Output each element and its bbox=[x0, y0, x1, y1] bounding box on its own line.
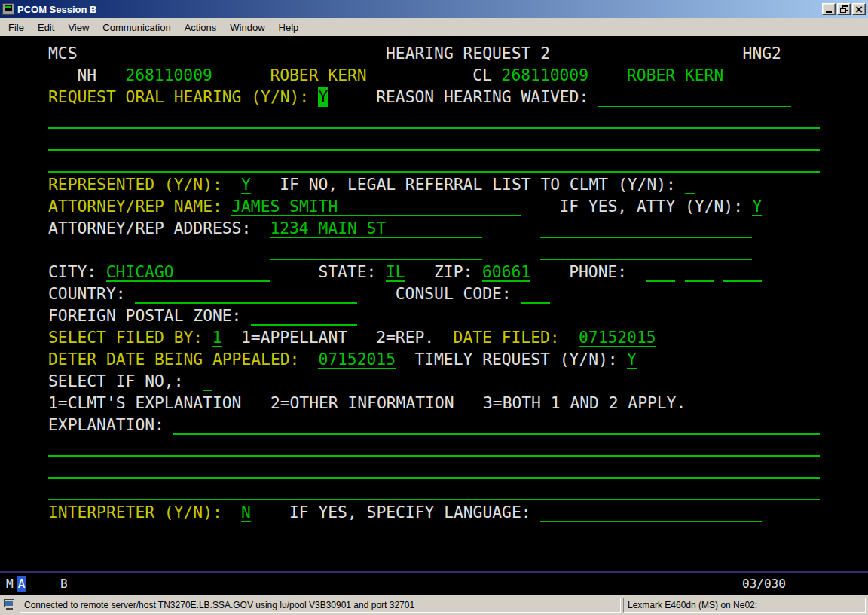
close-icon: × bbox=[854, 4, 863, 14]
zip-field[interactable]: 60661 bbox=[482, 262, 530, 282]
attorney-name-field[interactable]: JAMES SMITH bbox=[231, 196, 521, 216]
terminal-text: 1=APPELLANT bbox=[241, 327, 347, 347]
menu-actions[interactable]: Actions bbox=[178, 20, 224, 35]
explanation-cont-1-field[interactable] bbox=[48, 436, 820, 457]
phone-line-field[interactable] bbox=[723, 262, 762, 282]
date-filed-field[interactable]: 07152015 bbox=[579, 327, 656, 347]
cl-name: ROBER KERN bbox=[627, 65, 723, 85]
phone-area-field[interactable] bbox=[646, 262, 675, 282]
screen-title: HEARING REQUEST 2 bbox=[386, 43, 550, 63]
reason-waived-field[interactable] bbox=[598, 87, 791, 107]
language-field[interactable] bbox=[540, 502, 762, 522]
city-field[interactable]: CHICAGO bbox=[106, 262, 270, 282]
menu-edit[interactable]: Edit bbox=[31, 20, 61, 35]
window-title: PCOM Session B bbox=[17, 4, 822, 15]
deter-date-field[interactable]: 07152015 bbox=[318, 349, 395, 369]
status-printer-text: Lexmark E460dn (MS) on Ne02: bbox=[623, 598, 866, 613]
oia-session-letter: B bbox=[60, 576, 68, 592]
legal-referral-flag-field[interactable] bbox=[685, 174, 695, 194]
terminal-text: REASON HEARING WAIVED: bbox=[376, 87, 588, 107]
reason-waived-cont-2-field[interactable] bbox=[48, 130, 820, 151]
reason-waived-cont-1-field[interactable] bbox=[48, 109, 820, 129]
minimize-icon bbox=[826, 11, 832, 13]
minimize-button[interactable] bbox=[822, 3, 836, 15]
status-bar: Connected to remote server/host TN3270E.… bbox=[0, 595, 868, 615]
restore-icon bbox=[840, 5, 848, 13]
attorney-address-line1-field[interactable]: 1234 MAIN ST bbox=[270, 218, 482, 238]
terminal-text: DETER DATE BEING APPEALED: bbox=[48, 349, 299, 369]
menu-view[interactable]: View bbox=[61, 20, 96, 35]
terminal-text: EXPLANATION: bbox=[48, 415, 164, 435]
terminal-text: NH bbox=[77, 65, 96, 85]
terminal-screen[interactable]: M A B 03/030 MCSHEARING REQUEST 2HNG2NH2… bbox=[0, 36, 868, 595]
pcom-app-icon bbox=[2, 3, 14, 15]
terminal-text: 1=CLMT'S EXPLANATION 2=OTHER INFORMATION… bbox=[48, 393, 686, 413]
connection-status-icon bbox=[2, 598, 17, 612]
phone-prefix-field[interactable] bbox=[685, 262, 714, 282]
terminal-text: ATTORNEY/REP NAME: bbox=[48, 196, 222, 216]
menu-communication[interactable]: Communication bbox=[96, 20, 177, 35]
terminal-text: IF YES, SPECIFY LANGUAGE: bbox=[289, 502, 531, 522]
pcom-window: PCOM Session B × FileEditViewCommunicati… bbox=[0, 0, 868, 615]
oia-cursor-position: 03/030 bbox=[742, 576, 786, 592]
cl-number: 268110009 bbox=[502, 65, 588, 85]
terminal-text: SELECT IF NO,: bbox=[48, 371, 184, 391]
terminal-text: STATE: bbox=[318, 262, 376, 282]
attorney-address-line2-field[interactable] bbox=[270, 240, 482, 260]
terminal-text: DATE FILED: bbox=[454, 327, 560, 347]
oia-status-row: M A B 03/030 bbox=[0, 571, 868, 595]
screen-code: HNG2 bbox=[743, 43, 781, 63]
terminal-text: REPRESENTED (Y/N): bbox=[48, 174, 222, 194]
terminal-text: SELECT FILED BY: bbox=[48, 327, 203, 347]
window-controls: × bbox=[822, 3, 866, 15]
nh-number: 268110009 bbox=[125, 65, 212, 85]
explanation-cont-2-field[interactable] bbox=[48, 458, 820, 479]
foreign-postal-zone-field[interactable] bbox=[251, 305, 357, 326]
country-field[interactable] bbox=[135, 283, 356, 304]
represented-flag-field[interactable]: Y bbox=[241, 174, 251, 194]
terminal-text: CITY: bbox=[48, 262, 96, 282]
state-field[interactable]: IL bbox=[386, 262, 405, 282]
terminal-text: COUNTRY: bbox=[48, 283, 126, 304]
terminal-text: IF NO, LEGAL REFERRAL LIST TO CLMT (Y/N)… bbox=[280, 174, 676, 194]
terminal-text: CL bbox=[472, 65, 492, 85]
oia-indicator-m: M bbox=[6, 576, 14, 592]
terminal-text: 2=REP. bbox=[376, 327, 434, 347]
menu-window[interactable]: Window bbox=[223, 20, 271, 35]
close-button[interactable]: × bbox=[852, 3, 866, 15]
terminal-text: REQUEST ORAL HEARING (Y/N): bbox=[48, 87, 309, 107]
filed-by-field[interactable]: 1 bbox=[212, 327, 222, 347]
explanation-field[interactable] bbox=[173, 415, 820, 435]
terminal-text: CONSUL CODE: bbox=[396, 283, 512, 304]
terminal-text: IF YES, ATTY (Y/N): bbox=[559, 196, 743, 216]
terminal-text: TIMELY REQUEST (Y/N): bbox=[414, 349, 617, 369]
terminal-text: MCS bbox=[48, 43, 77, 63]
terminal-text: ZIP: bbox=[434, 262, 472, 282]
terminal-text: ATTORNEY/REP ADDRESS: bbox=[48, 218, 251, 238]
title-bar: PCOM Session B × bbox=[0, 0, 868, 18]
restore-button[interactable] bbox=[837, 3, 851, 15]
menu-help[interactable]: Help bbox=[272, 20, 306, 35]
terminal-text: INTERPRETER (Y/N): bbox=[48, 502, 222, 522]
interpreter-flag-field[interactable]: N bbox=[241, 502, 251, 522]
terminal-text: FOREIGN POSTAL ZONE: bbox=[48, 305, 241, 326]
consul-code-field[interactable] bbox=[521, 283, 549, 304]
explanation-cont-3-field[interactable] bbox=[48, 480, 820, 500]
oral-hearing-flag-field[interactable]: Y bbox=[318, 87, 328, 107]
menu-file[interactable]: File bbox=[2, 20, 31, 35]
terminal-text: PHONE: bbox=[569, 262, 627, 282]
oia-indicator-a: A bbox=[17, 576, 26, 592]
reason-waived-cont-3-field[interactable] bbox=[48, 152, 820, 173]
atty-flag-field[interactable]: Y bbox=[752, 196, 762, 216]
nh-name: ROBER KERN bbox=[270, 65, 366, 85]
select-if-no-field[interactable] bbox=[203, 371, 212, 391]
attorney-address-line4-field[interactable] bbox=[540, 240, 753, 260]
attorney-address-line3-field[interactable] bbox=[540, 218, 753, 238]
menu-bar: FileEditViewCommunicationActionsWindowHe… bbox=[0, 18, 868, 36]
status-connection-text: Connected to remote server/host TN3270E.… bbox=[20, 598, 621, 613]
timely-request-field[interactable]: Y bbox=[627, 349, 637, 369]
